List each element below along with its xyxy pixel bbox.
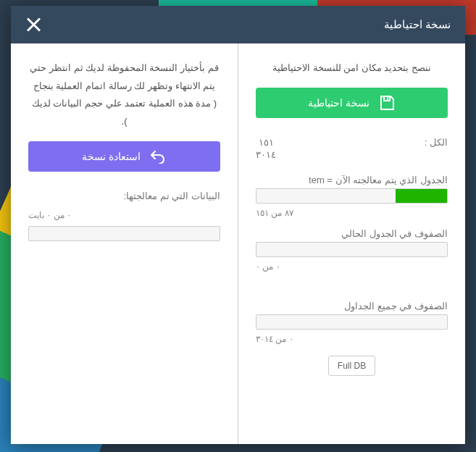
totals-value-b: ٣٠١٤ [256, 149, 276, 160]
processing-progress-fill [396, 189, 447, 203]
rows-all-sub: ٠ من ٣٠١٤ [256, 334, 448, 344]
backup-button-label: نسخة احتياطية [308, 97, 369, 109]
restore-hint-l2: يتم الانتهاء وتظهر لك رسالة اتمام العملي… [33, 80, 215, 91]
restore-button-label: استعادة نسخة [82, 151, 141, 162]
restore-hint-l1: قم بأختيار النسخة المحفوظة لديك ثم انتظر… [30, 62, 218, 73]
modal-title: نسخة احتياطية [384, 18, 451, 31]
backup-button[interactable]: نسخة احتياطية [256, 88, 448, 118]
totals-value-a: ١٥١ [259, 137, 274, 148]
processed-sub: ٠ من ٠ بايت [28, 210, 220, 220]
processing-sub: ٨٧ من ١٥١ [256, 208, 448, 218]
modal-body: ننصح بتحديد مكان امن للنسخة الاحتياطية ن… [11, 43, 465, 444]
rows-current-label: الصفوف في الجدول الحالي [256, 228, 448, 239]
totals-row: الكل : ١٥١ ٣٠١٤ [256, 137, 448, 160]
backup-panel: ننصح بتحديد مكان امن للنسخة الاحتياطية ن… [238, 43, 465, 444]
backup-modal: نسخة احتياطية ننصح بتحديد مكان امن للنسخ… [11, 6, 465, 444]
totals-label: الكل : [425, 137, 448, 148]
restore-button[interactable]: استعادة نسخة [28, 141, 220, 172]
processed-label: البيانات التي تم معالجتها: [28, 191, 220, 201]
processed-progress [28, 226, 220, 241]
rows-current-sub: ٠ من ٠ [256, 261, 448, 272]
processing-label: الجدول الذي يتم معالجته الآن = tem [256, 175, 448, 185]
restore-hint-l3: ( مدة هذه العملية تعتمد علي حجم البيانات… [32, 98, 217, 127]
restore-panel: قم بأختيار النسخة المحفوظة لديك ثم انتظر… [11, 43, 238, 444]
restore-hint: قم بأختيار النسخة المحفوظة لديك ثم انتظر… [28, 59, 220, 131]
full-db-button[interactable]: Full DB [328, 356, 375, 376]
rows-all-label: الصفوف في جميع الجداول [256, 301, 448, 311]
rows-current-progress [256, 242, 448, 257]
rows-all-progress [256, 314, 448, 330]
close-icon[interactable] [25, 17, 41, 33]
totals-values: ١٥١ ٣٠١٤ [256, 137, 276, 160]
modal-header: نسخة احتياطية [11, 6, 465, 43]
processing-progress [256, 188, 448, 204]
backup-hint: ننصح بتحديد مكان امن للنسخة الاحتياطية [256, 59, 448, 78]
undo-icon [149, 149, 167, 164]
save-icon [378, 94, 396, 112]
